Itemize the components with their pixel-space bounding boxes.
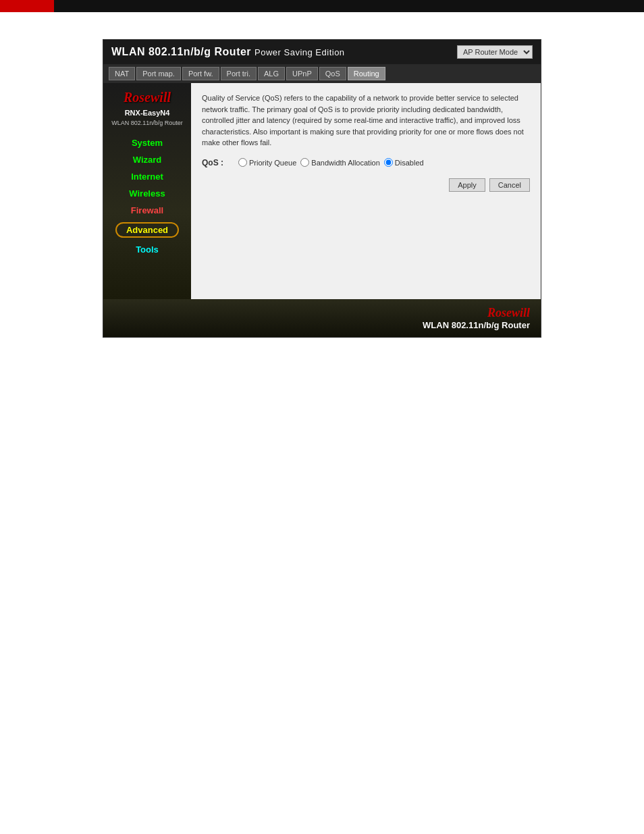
tab-qos[interactable]: QoS bbox=[319, 67, 346, 80]
content-area: Quality of Service (QoS) refers to the c… bbox=[191, 83, 541, 299]
sidebar-item-wizard[interactable]: Wizard bbox=[103, 153, 191, 167]
sidebar-nav: System Wizard Internet Wireless Firewall… bbox=[103, 136, 191, 257]
nav-tabs-row: NAT Port map. Port fw. Port tri. ALG UPn… bbox=[103, 64, 541, 83]
device-name: RNX-EasyN4 WLAN 802.11n/b/g Router bbox=[111, 108, 183, 128]
qos-description: Quality of Service (QoS) refers to the c… bbox=[202, 93, 530, 149]
tab-routing[interactable]: Routing bbox=[348, 67, 385, 80]
top-bar-accent bbox=[0, 0, 54, 12]
router-ui: WLAN 802.11n/b/g Router Power Saving Edi… bbox=[103, 39, 541, 338]
qos-option-disabled[interactable]: Disabled bbox=[384, 158, 424, 167]
sidebar-item-advanced-wrapper: Advanced bbox=[103, 220, 191, 240]
footer-model: WLAN 802.11n/b/g Router bbox=[423, 320, 530, 330]
title-text: WLAN 802.11n/b/g Router bbox=[111, 46, 251, 57]
top-bar bbox=[0, 0, 644, 12]
router-header: WLAN 802.11n/b/g Router Power Saving Edi… bbox=[103, 40, 541, 64]
router-footer: Rosewill WLAN 802.11n/b/g Router bbox=[103, 299, 541, 337]
main-layout: Rosewill RNX-EasyN4 WLAN 802.11n/b/g Rou… bbox=[103, 83, 541, 299]
sidebar-item-advanced[interactable]: Advanced bbox=[115, 222, 179, 238]
tab-nat[interactable]: NAT bbox=[109, 67, 135, 80]
qos-radio-disabled[interactable] bbox=[384, 158, 393, 167]
qos-label: QoS : bbox=[202, 158, 229, 167]
qos-radio-bandwidth[interactable] bbox=[300, 158, 309, 167]
sidebar-item-firewall[interactable]: Firewall bbox=[103, 203, 191, 217]
sidebar-item-tools[interactable]: Tools bbox=[103, 242, 191, 257]
tab-alg[interactable]: ALG bbox=[258, 67, 285, 80]
footer-brand: Rosewill bbox=[487, 306, 530, 320]
sidebar: Rosewill RNX-EasyN4 WLAN 802.11n/b/g Rou… bbox=[103, 83, 191, 299]
brand-logo: Rosewill bbox=[124, 90, 171, 105]
sidebar-item-internet[interactable]: Internet bbox=[103, 170, 191, 184]
router-title: WLAN 802.11n/b/g Router Power Saving Edi… bbox=[111, 46, 345, 58]
cancel-button[interactable]: Cancel bbox=[489, 178, 530, 192]
tab-portfw[interactable]: Port fw. bbox=[182, 67, 219, 80]
page-wrapper: WLAN 802.11n/b/g Router Power Saving Edi… bbox=[0, 12, 644, 378]
apply-button[interactable]: Apply bbox=[449, 178, 485, 192]
mode-select[interactable]: AP Router Mode Router Mode AP Mode bbox=[457, 45, 533, 59]
subtitle-text: Power Saving Edition bbox=[254, 47, 345, 57]
qos-radio-priority[interactable] bbox=[238, 158, 247, 167]
tab-porttri[interactable]: Port tri. bbox=[221, 67, 257, 80]
sidebar-item-system[interactable]: System bbox=[103, 136, 191, 150]
qos-option-bandwidth[interactable]: Bandwidth Allocation bbox=[300, 158, 380, 167]
qos-option-priority[interactable]: Priority Queue bbox=[238, 158, 296, 167]
tab-upnp[interactable]: UPnP bbox=[286, 67, 318, 80]
qos-row: QoS : Priority Queue Bandwidth Allocatio… bbox=[202, 158, 530, 167]
sidebar-item-wireless[interactable]: Wireless bbox=[103, 186, 191, 201]
button-row: Apply Cancel bbox=[202, 178, 530, 192]
tab-portmap[interactable]: Port map. bbox=[136, 67, 181, 80]
